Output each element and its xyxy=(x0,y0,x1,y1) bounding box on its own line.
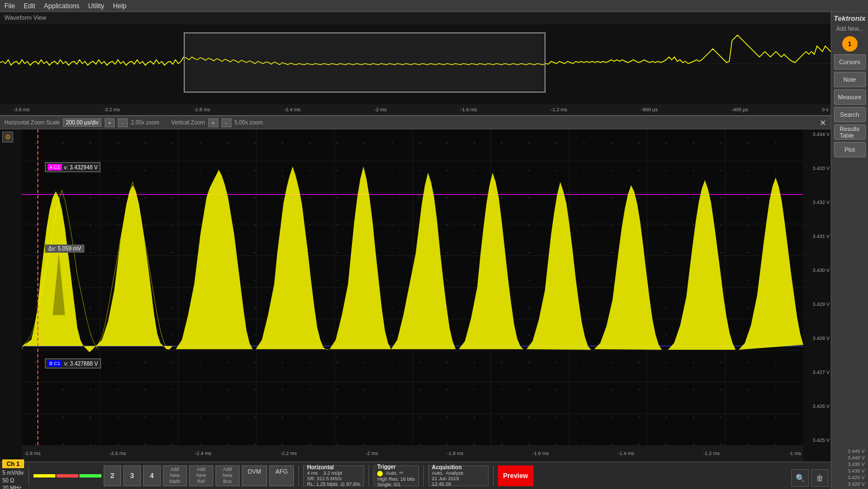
trigger-led xyxy=(377,471,383,476)
note-button[interactable]: Note xyxy=(834,72,866,87)
separator-2 xyxy=(298,465,299,486)
v-zoom-minus-button[interactable]: - xyxy=(222,118,231,127)
svg-marker-31 xyxy=(668,180,735,350)
ch1-ohm: 50 Ω xyxy=(2,477,24,485)
zoom-bar: Horizontal Zoom Scale 200.00 µs/div + - … xyxy=(0,116,831,129)
overview-title: Waveform View xyxy=(0,12,831,23)
z-time-6: -1.6 ms xyxy=(532,451,549,456)
separator-4 xyxy=(423,465,424,486)
ov-time-8: -400 µs xyxy=(731,107,748,112)
menu-applications[interactable]: Applications xyxy=(44,2,80,10)
zoom-out-icon[interactable]: 🔍 xyxy=(791,469,809,487)
ch2-button[interactable]: 2 xyxy=(104,465,121,486)
ch1-mv: 5 mV/div xyxy=(2,469,24,477)
dvm-button[interactable]: DVM xyxy=(242,465,267,486)
status-bar: Ch 1 5 mV/div 50 Ω 20 MHz 2 3 4 AddNewMa… xyxy=(0,462,831,489)
z-scale-4: 3.430 V xyxy=(803,268,830,273)
ch3-button[interactable]: 3 xyxy=(123,465,141,486)
ov-time-9: 0 s xyxy=(822,107,829,112)
scale-label-2: 3.435 V xyxy=(833,462,865,467)
cursor-b-vertical-line xyxy=(37,283,38,445)
menu-bar: File Edit Applications Utility Help xyxy=(0,0,868,12)
add-new-button[interactable]: Add New... xyxy=(836,26,863,32)
svg-marker-28 xyxy=(459,173,524,349)
menu-edit[interactable]: Edit xyxy=(24,2,35,10)
svg-marker-29 xyxy=(526,182,591,350)
trigger-label: Trigger xyxy=(377,464,415,470)
add-bus-button[interactable]: AddNewBus xyxy=(215,465,240,486)
svg-marker-23 xyxy=(96,185,173,349)
h-zoom-minus-button[interactable]: - xyxy=(118,118,128,127)
results-table-button[interactable]: ResultsTable xyxy=(834,124,866,140)
z-scale-1: 3.433 V xyxy=(803,166,830,171)
h-zoom-plus-button[interactable]: + xyxy=(105,118,115,127)
cursor-a-value: v: 3.432948 V xyxy=(64,164,98,170)
ch1-mhz: 20 MHz xyxy=(2,485,24,490)
trigger-detail: High Res: 16 bits xyxy=(377,476,415,482)
z-time-5: -1.8 ms xyxy=(447,451,463,456)
zoom-time-axis: -2.8 ms -2.6 ms -2.4 ms -2.2 ms -2 ms -1… xyxy=(22,445,803,462)
z-time-4: -2 ms xyxy=(366,451,378,456)
z-time-0: -2.8 ms xyxy=(24,451,41,456)
separator-3 xyxy=(368,465,369,486)
add-ref-button[interactable]: AddNewRef xyxy=(189,465,213,486)
menu-utility[interactable]: Utility xyxy=(88,2,104,10)
horiz-sr: SR: 312.5 MS/s xyxy=(307,476,360,481)
search-button[interactable]: Search xyxy=(834,107,866,122)
ov-time-1: -3.2 ms xyxy=(104,107,120,112)
menu-help[interactable]: Help xyxy=(113,2,127,10)
add-math-button[interactable]: AddNewMath xyxy=(163,465,187,486)
main-content: Waveform View ⚙ -3.6 ms -3.2 ms -2.8 ms … xyxy=(0,12,831,489)
cursors-button[interactable]: Cursors xyxy=(834,54,866,70)
overview-canvas-area xyxy=(0,24,831,104)
plot-button[interactable]: Plot xyxy=(834,142,866,157)
cursor-b-value: v: 3.427888 V xyxy=(64,361,98,367)
single-label: Single: 0/1 xyxy=(377,482,415,487)
separator-1 xyxy=(29,465,29,486)
menu-file[interactable]: File xyxy=(4,2,15,10)
svg-marker-24 xyxy=(176,169,253,349)
h-zoom-value[interactable]: 200.00 µs/div xyxy=(63,118,101,127)
z-time-3: -2.2 ms xyxy=(280,451,297,456)
v-zoom-label: Vertical Zoom xyxy=(172,120,205,126)
zoom-right-axis: 3.434 V 3.433 V 3.432 V 3.431 V 3.430 V … xyxy=(803,129,831,445)
measure-button[interactable]: Measure xyxy=(834,89,866,105)
horiz-rate: 4 ms 3.2 ns/pt xyxy=(307,470,360,476)
waveform-color-bar xyxy=(33,474,55,477)
ch1-badge[interactable]: Ch 1 xyxy=(2,459,24,468)
delta-label: Δv: 5.059 mV xyxy=(45,244,84,253)
scale-label-0: 3.445 V xyxy=(833,448,865,454)
acquisition-section: Acquisition Auto, Analyze 21 Jun 2019 12… xyxy=(428,465,489,486)
tektronix-logo: Tektronix xyxy=(833,14,865,22)
v-zoom-plus-button[interactable]: + xyxy=(208,118,218,127)
right-panel: Tektronix Add New... 1 Cursors Note Meas… xyxy=(831,12,868,489)
trigger-mode: Auto, ✏ xyxy=(377,470,415,476)
trash-icon[interactable]: 🗑 xyxy=(811,469,829,487)
ov-time-6: -1.2 ms xyxy=(551,107,568,112)
ov-time-7: -800 µs xyxy=(641,107,657,112)
svg-marker-26 xyxy=(330,167,391,349)
z-scale-8: 3.426 V xyxy=(803,403,830,409)
z-scale-9: 3.425 V xyxy=(803,437,830,443)
zoom-waveform-svg xyxy=(22,129,803,445)
ov-time-5: -1.6 ms xyxy=(461,107,477,112)
trigger-section: Trigger Auto, ✏ High Res: 16 bits Single… xyxy=(373,465,419,486)
zoom-close-button[interactable]: ✕ xyxy=(820,118,826,127)
overview-section: Waveform View ⚙ -3.6 ms -3.2 ms -2.8 ms … xyxy=(0,12,831,116)
horiz-rl: RL: 1.25 Mpts ◎ 97.6% xyxy=(307,481,360,487)
ch4-button[interactable]: 4 xyxy=(143,465,161,486)
preview-button[interactable]: Preview xyxy=(498,465,534,486)
z-scale-7: 3.427 V xyxy=(803,369,830,375)
z-time-2: -2.4 ms xyxy=(195,451,212,456)
z-scale-5: 3.429 V xyxy=(803,302,830,307)
overview-time-axis: -3.6 ms -3.2 ms -2.8 ms -2.4 ms -2 ms -1… xyxy=(11,104,831,115)
zoom-waveform-area: A C1 v: 3.432948 V Δv: 5.059 mV B C1 v: … xyxy=(22,129,803,445)
overview-selection-box[interactable] xyxy=(184,32,546,93)
small-icon-row: 🔍 🗑 xyxy=(791,469,829,487)
cursor-b-label: B C1 v: 3.427888 V xyxy=(45,359,101,368)
v-zoom-factor: 5.00x zoom xyxy=(235,120,263,126)
ov-time-2: -2.8 ms xyxy=(194,107,210,112)
cursor-a-marker: A C1 xyxy=(48,164,62,170)
afg-button[interactable]: AFG xyxy=(269,465,294,486)
z-scale-2: 3.432 V xyxy=(803,200,830,205)
